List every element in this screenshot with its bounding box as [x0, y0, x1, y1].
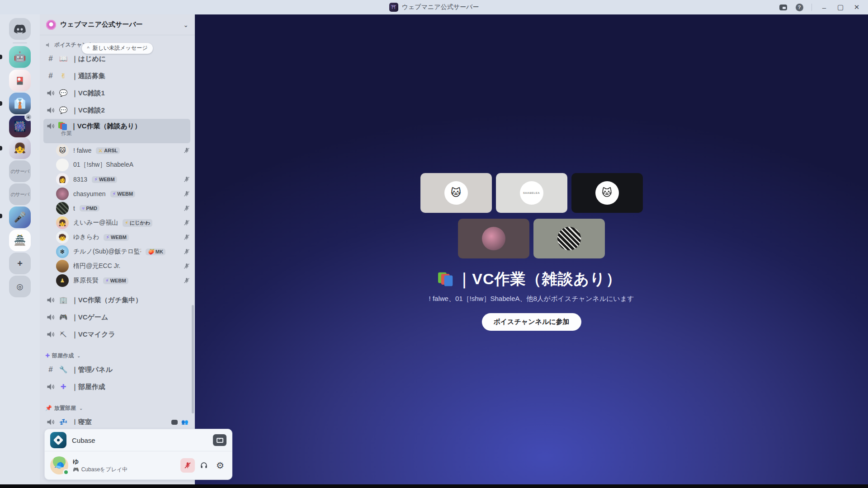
voice-channel-view: 🐱 SHABELEA 🐱 [195, 14, 868, 484]
channel-emoji: 💬 [58, 106, 68, 114]
avatar: 👧 [56, 216, 69, 229]
category-idle-rooms[interactable]: 📌 放置部屋 ⌄ [40, 403, 195, 413]
stream-share-button[interactable] [213, 434, 226, 446]
gamepad-icon: 🎮 [73, 467, 79, 473]
voice-member[interactable]: 👩 8313 ⚡WEBM [56, 172, 190, 187]
voice-member[interactable]: 👧 えいみー@福山 ⚡にじかわ [56, 216, 190, 230]
headphones-icon [199, 461, 208, 470]
chat-bubble-icon[interactable] [171, 420, 178, 425]
unread-banner-label: 新しい未読メッセージ [93, 44, 148, 52]
deafen-button[interactable] [197, 458, 211, 473]
close-button[interactable]: ✕ [850, 1, 863, 13]
channel-bedroom[interactable]: 💤 ｜寝室 👥 [43, 413, 190, 425]
bottom-black-strip [0, 484, 868, 488]
role-badge: 🍑MK [146, 249, 165, 255]
server-icon-anime-girl[interactable]: 👧 [9, 137, 31, 159]
chevron-down-icon: ⌄ [77, 353, 80, 358]
channel-emoji: ⛏ [58, 331, 68, 338]
voice-member[interactable]: ♟ 豚原長賢 ⚡WEBM [56, 273, 190, 288]
server-icon-miku[interactable]: 🎤 [9, 206, 31, 228]
participant-tile[interactable]: 🐱 [571, 173, 643, 213]
speaker-badge-icon [27, 115, 31, 119]
participant-tile[interactable] [533, 219, 605, 258]
avatar[interactable]: 🧢 [50, 456, 68, 474]
server-boost-icon [46, 20, 56, 30]
voice-member[interactable]: t ♥PMD [56, 201, 190, 216]
server-icon-text-1[interactable]: のサーバ [9, 160, 31, 182]
server-icon-collage[interactable]: 🎴 [9, 70, 31, 91]
voice-member[interactable]: ❄ チルノ(Sub)@飯テロ監視係 🍑MK [56, 244, 190, 259]
mic-muted-icon [183, 205, 190, 212]
avatar: SHABELEA [520, 181, 543, 205]
discord-home-button[interactable] [9, 18, 31, 40]
voice-member[interactable]: 🐱 ! falwe ⚔ARSL [56, 143, 190, 158]
titlebar-divider [811, 4, 812, 11]
voice-member[interactable]: 楕円@元ECC Jr. [56, 259, 190, 273]
avatar: ❄ [56, 245, 69, 258]
pip-icon[interactable] [776, 1, 790, 13]
avatar [56, 202, 69, 215]
mic-muted-icon [183, 277, 190, 284]
channel-vc-zatsudan2[interactable]: 💬 ｜VC雑談2 [43, 102, 190, 119]
window-title: ウェブマニア公式サーバー [402, 3, 479, 11]
speaker-icon [46, 296, 55, 305]
unread-pill [0, 101, 2, 106]
role-badge: ♥PMD [80, 205, 99, 211]
channel-vc-zatsudan1[interactable]: 💬 ｜VC雑談1 [43, 84, 190, 102]
speaker-icon [46, 106, 55, 115]
chevron-down-icon: ⌄ [183, 21, 189, 28]
books-icon [58, 122, 67, 130]
channel-vc-game[interactable]: 🎮 ｜VCゲーム [43, 309, 190, 326]
participant-tile[interactable]: SHABELEA [496, 173, 567, 213]
participant-tile[interactable] [458, 219, 529, 258]
mic-muted-icon [183, 147, 190, 154]
voice-member[interactable]: 01［!shw］ShabeleA [56, 158, 190, 172]
join-voice-button[interactable]: ボイスチャンネルに参加 [481, 313, 581, 331]
mic-muted-icon [183, 190, 190, 197]
server-icon-text-2[interactable]: のサーバ [9, 183, 31, 205]
voice-channel-title: ｜VC作業（雑談あり） [457, 269, 622, 290]
channel-vc-minecraft[interactable]: ⛏ ｜VCマイクラ [43, 326, 190, 343]
server-icon-suit[interactable]: 👔 [9, 93, 31, 114]
server-icon-robot[interactable]: 🤖 [9, 46, 31, 68]
role-badge: ⚡にじかわ [123, 219, 152, 227]
minimize-button[interactable]: – [817, 1, 831, 13]
role-badge: ⚡WEBM [110, 191, 136, 197]
speaker-icon [46, 382, 55, 391]
voice-member[interactable]: 🧒 ゆきらわ ⚡WEBM [56, 230, 190, 244]
mic-mute-button[interactable] [180, 458, 195, 473]
user-info[interactable]: ゆ 🎮 Cubaseをプレイ中 [73, 458, 176, 474]
new-unread-banner[interactable]: ^ 新しい未読メッセージ [82, 43, 153, 54]
sidebar-scrollbar[interactable] [192, 305, 194, 413]
members-icon[interactable]: 👥 [181, 419, 188, 425]
channel-vc-sagyou-gachi[interactable]: 🏢 ｜VC作業（ガチ集中） [43, 291, 190, 309]
channel-list[interactable]: ^ 新しい未読メッセージ ボイスチャンネル # 📖 ｜はじめに # ✌ ｜通話募… [40, 36, 195, 425]
settings-button[interactable]: ⚙ [213, 458, 227, 473]
mic-muted-icon [184, 461, 192, 469]
role-badge: ⚡WEBM [92, 176, 117, 183]
mic-muted-icon [183, 234, 190, 241]
hash-icon: # [46, 71, 55, 80]
hash-icon: # [46, 54, 55, 63]
channel-emoji: ✌ [58, 72, 68, 80]
participant-tile[interactable]: 🐱 [420, 173, 492, 213]
help-icon[interactable]: ? [793, 1, 806, 13]
hash-icon: # [46, 365, 55, 374]
category-room-create[interactable]: ✚ 部屋作成 ⌄ [40, 350, 195, 361]
channel-room-create[interactable]: ✚ ｜部屋作成 [43, 378, 190, 395]
channel-vc-sagyou-selected[interactable]: ｜VC作業（雑談あり） 作業 [43, 119, 190, 143]
participant-tiles-row-2 [195, 219, 868, 258]
voice-member[interactable]: chasyumen ⚡WEBM [56, 187, 190, 201]
channel-emoji: 🔧 [58, 366, 68, 374]
add-server-button[interactable]: + [9, 253, 31, 274]
server-header[interactable]: ウェブマニア公式サーバー ⌄ [40, 14, 195, 35]
server-rail: 🤖 🎴 👔 🎆 👧 のサーバ のサーバ 🎤 🏯 + ◎ [0, 14, 40, 484]
channel-tsuwa-boshu[interactable]: # ✌ ｜通話募集 [43, 67, 190, 84]
channel-admin-panel[interactable]: # 🔧 ｜管理パネル [43, 361, 190, 378]
server-icon-pixel-selected[interactable]: 🏯 [9, 230, 31, 251]
maximize-button[interactable]: ▢ [834, 1, 847, 13]
speaker-icon [46, 418, 55, 425]
discover-button[interactable]: ◎ [9, 276, 31, 297]
channel-emoji: 🎮 [58, 313, 68, 321]
mic-muted-icon [183, 219, 190, 226]
